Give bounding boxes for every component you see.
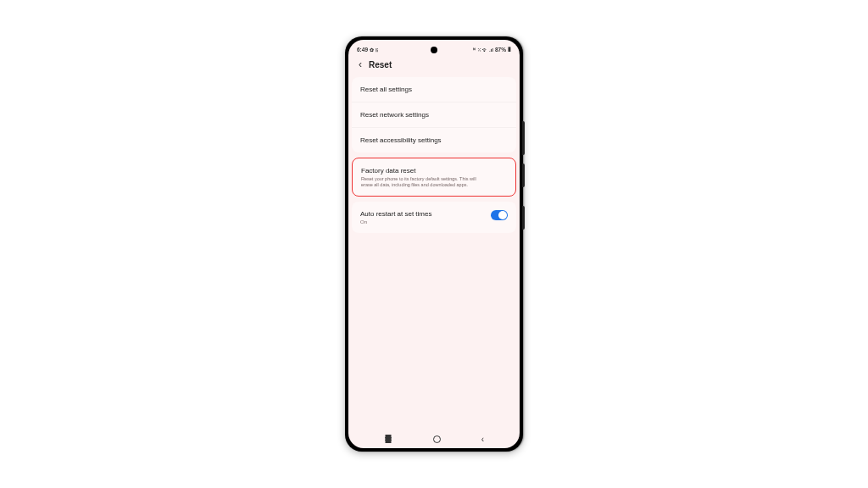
screen: 6:49 ✿ ⵑᵢ ᴺ ⁙ ᯤ .ıl 87% ▮ ‹ Reset Reset … [348, 40, 520, 448]
settings-groups: Reset all settings Reset network setting… [348, 77, 520, 233]
power-button [522, 206, 525, 230]
item-label: Reset accessibility settings [360, 136, 442, 144]
front-camera [431, 47, 437, 53]
status-left-icons: ✿ ⵑᵢ [370, 47, 378, 53]
status-time: 6:49 [357, 47, 368, 53]
volume-button [522, 121, 525, 155]
status-battery-text: 87% [495, 47, 506, 53]
item-auto-restart[interactable]: Auto restart at set times On [352, 202, 516, 233]
item-reset-network-settings[interactable]: Reset network settings [352, 103, 516, 128]
title-bar: ‹ Reset [348, 55, 520, 77]
item-label: Reset network settings [360, 111, 429, 119]
page-title: Reset [369, 60, 392, 69]
item-reset-all-settings[interactable]: Reset all settings [352, 77, 516, 103]
phone-frame: 6:49 ✿ ⵑᵢ ᴺ ⁙ ᯤ .ıl 87% ▮ ‹ Reset Reset … [345, 36, 523, 452]
item-reset-accessibility-settings[interactable]: Reset accessibility settings [352, 128, 516, 152]
navigation-bar: ‹ [348, 430, 520, 448]
item-subtext: Reset your phone to its factory default … [361, 176, 484, 187]
back-button[interactable]: ‹ [359, 58, 362, 70]
status-right-icons: ᴺ ⁙ ᯤ .ıl [473, 47, 493, 53]
auto-restart-toggle[interactable] [491, 210, 508, 220]
group-factory-reset-highlighted: Factory data reset Reset your phone to i… [352, 158, 516, 197]
nav-home-button[interactable] [433, 435, 441, 443]
item-factory-data-reset[interactable]: Factory data reset Reset your phone to i… [353, 158, 515, 196]
item-label: Factory data reset [361, 167, 484, 175]
side-button [522, 164, 525, 187]
nav-back-button[interactable]: ‹ [481, 435, 484, 444]
empty-space [348, 233, 520, 430]
item-label: Auto restart at set times [360, 210, 431, 218]
battery-icon: ▮ [508, 46, 511, 53]
item-label: Reset all settings [360, 86, 412, 93]
group-auto-restart: Auto restart at set times On [352, 202, 516, 233]
item-state: On [360, 219, 431, 225]
group-reset-options: Reset all settings Reset network setting… [352, 77, 516, 152]
nav-recents-button[interactable] [385, 437, 391, 441]
